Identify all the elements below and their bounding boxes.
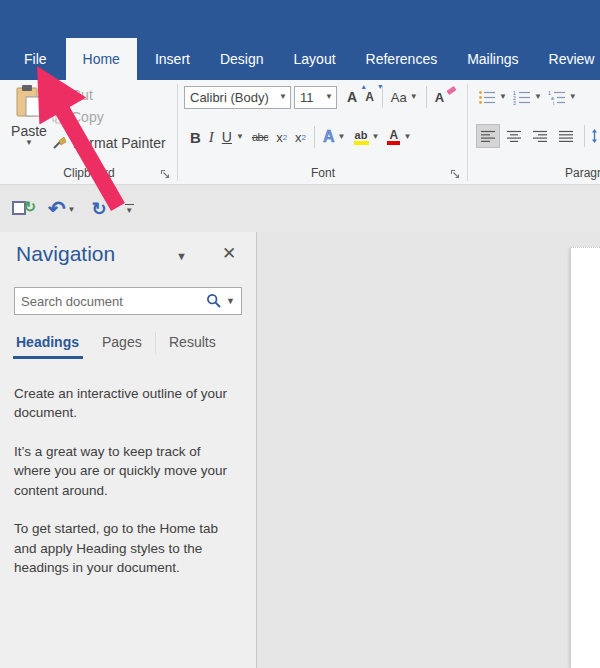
paragraph-group-label: Paragraph xyxy=(468,166,600,180)
search-options-caret-icon[interactable]: ▼ xyxy=(226,296,235,306)
pane-close-icon[interactable]: ✕ xyxy=(222,243,236,264)
italic-button[interactable]: I xyxy=(205,125,218,149)
tab-results[interactable]: Results xyxy=(169,334,216,350)
help-paragraph: It’s a great way to keep track of where … xyxy=(14,442,236,500)
bullets-icon xyxy=(478,90,496,105)
customize-quick-access-button[interactable]: ▼ xyxy=(125,204,134,215)
undo-icon: ↶ xyxy=(48,197,66,221)
clear-formatting-button[interactable]: A xyxy=(431,85,448,109)
underline-button[interactable]: U xyxy=(218,125,236,149)
grow-font-button[interactable]: A▲ xyxy=(343,85,361,109)
numbering-button[interactable]: 1 2 3 ▼ xyxy=(511,89,544,106)
navigation-pane: Navigation ▼ ✕ ▼ Headings Pages Results … xyxy=(0,232,257,668)
text-highlight-button[interactable]: ab ▼ xyxy=(350,125,384,149)
search-icon[interactable] xyxy=(206,293,222,309)
align-center-button[interactable] xyxy=(502,124,526,148)
font-color-button[interactable]: A ▼ xyxy=(383,125,415,149)
tab-design[interactable]: Design xyxy=(207,38,277,80)
tab-layout[interactable]: Layout xyxy=(281,38,349,80)
justify-button[interactable] xyxy=(554,124,578,148)
italic-label: I xyxy=(209,129,214,146)
highlight-caret-icon: ▼ xyxy=(372,133,380,141)
shrink-font-label: A xyxy=(365,90,374,104)
font-dialog-launcher-icon[interactable] xyxy=(450,169,461,180)
underline-caret-icon[interactable]: ▼ xyxy=(236,133,244,141)
help-paragraph: Create an interactive outline of your do… xyxy=(14,384,236,423)
overflow-bar-icon xyxy=(125,204,134,205)
bold-button[interactable]: B xyxy=(186,125,205,149)
eraser-icon xyxy=(446,86,456,95)
tab-mailings[interactable]: Mailings xyxy=(454,38,531,80)
multilevel-list-icon: 1 a i xyxy=(548,90,566,105)
format-painter-label: Format Painter xyxy=(73,135,166,151)
tab-pages[interactable]: Pages xyxy=(102,334,142,350)
font-size-combobox[interactable]: 11 ▼ xyxy=(294,86,337,109)
font-color-caret-icon: ▼ xyxy=(403,133,411,141)
clear-formatting-label: A xyxy=(435,90,444,105)
redo-button[interactable]: ↻ xyxy=(92,198,107,220)
line-spacing-button[interactable] xyxy=(589,128,600,144)
font-color-icon: A xyxy=(387,130,400,145)
bold-label: B xyxy=(190,129,201,146)
tab-divider xyxy=(155,332,156,354)
undo-caret-icon[interactable]: ▼ xyxy=(68,205,76,214)
change-case-caret-icon: ▼ xyxy=(410,93,418,101)
text-effects-button[interactable]: A ▼ xyxy=(319,125,349,149)
paste-icon xyxy=(14,84,44,120)
svg-text:3: 3 xyxy=(513,99,516,105)
copy-button[interactable]: Copy xyxy=(52,109,104,125)
format-painter-button[interactable]: Format Painter xyxy=(52,135,166,151)
shrink-font-button[interactable]: A▼ xyxy=(361,85,378,109)
bullets-button[interactable]: ▼ xyxy=(476,89,509,106)
tab-file[interactable]: File xyxy=(10,38,61,80)
font-name-combobox[interactable]: Calibri (Body) ▼ xyxy=(184,86,291,109)
pane-options-chevron-icon[interactable]: ▼ xyxy=(176,250,187,262)
font-name-caret-icon: ▼ xyxy=(279,93,287,101)
paste-label: Paste xyxy=(11,123,47,139)
bullets-caret-icon: ▼ xyxy=(499,93,507,101)
tab-references[interactable]: References xyxy=(353,38,451,80)
copy-label: Copy xyxy=(71,109,104,125)
ribbon: Paste ▼ Cut Copy xyxy=(0,80,600,185)
navigation-pane-title: Navigation xyxy=(16,242,115,266)
text-effects-caret-icon: ▼ xyxy=(338,133,346,141)
tab-review[interactable]: Review xyxy=(536,38,600,80)
paste-dropdown-caret[interactable]: ▼ xyxy=(25,139,33,147)
divider xyxy=(584,125,585,147)
paste-button[interactable]: Paste ▼ xyxy=(6,84,52,162)
document-page[interactable] xyxy=(571,247,600,668)
tab-home[interactable]: Home xyxy=(66,38,137,80)
align-right-button[interactable] xyxy=(528,124,552,148)
numbering-caret-icon: ▼ xyxy=(534,93,542,101)
grow-font-label: A xyxy=(347,89,357,105)
tab-insert[interactable]: Insert xyxy=(142,38,203,80)
ribbon-tab-bar: File Home Insert Design Layout Reference… xyxy=(0,38,600,80)
subscript-button[interactable]: x2 xyxy=(272,125,291,149)
superscript-button[interactable]: x2 xyxy=(291,125,310,149)
navigation-help-text: Create an interactive outline of your do… xyxy=(14,384,236,597)
strikethrough-button[interactable]: abc xyxy=(248,125,272,149)
line-spacing-icon xyxy=(591,129,600,143)
multilevel-list-button[interactable]: 1 a i ▼ xyxy=(546,89,579,106)
clipboard-group: Paste ▼ Cut Copy xyxy=(0,80,178,184)
underline-label: U xyxy=(222,129,232,145)
search-input[interactable] xyxy=(15,294,206,309)
clipboard-group-label: Clipboard xyxy=(0,166,178,180)
clipboard-dialog-launcher-icon[interactable] xyxy=(160,169,171,180)
format-painter-icon xyxy=(52,136,67,150)
font-name-value: Calibri (Body) xyxy=(185,90,279,105)
subscript-mark: 2 xyxy=(283,133,287,142)
tab-headings[interactable]: Headings xyxy=(16,334,79,350)
scissors-icon xyxy=(52,89,65,102)
divider xyxy=(314,126,315,148)
change-case-button[interactable]: Aa ▼ xyxy=(387,85,422,109)
numbering-icon: 1 2 3 xyxy=(513,90,531,105)
copy-icon xyxy=(52,110,65,124)
sync-icon: ↻ xyxy=(23,198,36,216)
svg-text:i: i xyxy=(553,99,554,105)
search-box[interactable]: ▼ xyxy=(14,287,242,315)
undo-button[interactable]: ↶ xyxy=(48,197,66,221)
cut-button[interactable]: Cut xyxy=(52,87,93,103)
align-left-button[interactable] xyxy=(476,124,500,148)
save-button[interactable]: ↻ xyxy=(12,199,34,219)
